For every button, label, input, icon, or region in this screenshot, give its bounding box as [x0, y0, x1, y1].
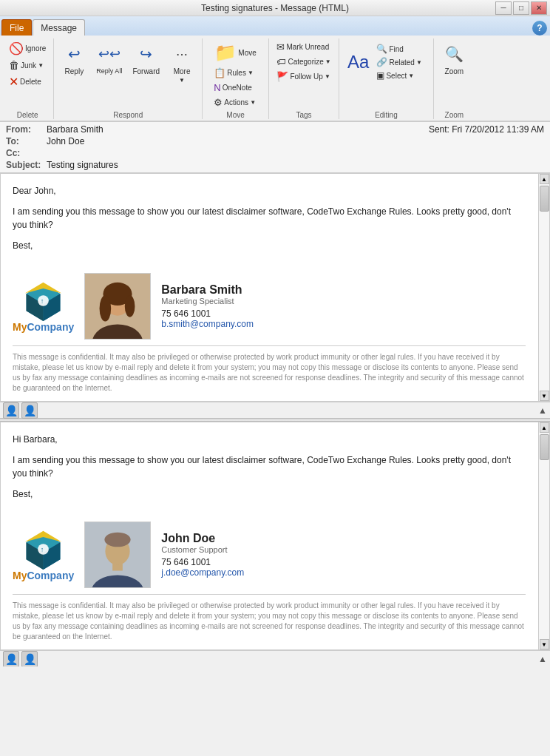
person-icon-2b[interactable]: 👤: [21, 651, 38, 667]
sig-logo-1: ↑ MyCompany: [13, 280, 74, 333]
email-header: From: Barbara Smith Sent: Fri 7/20/2012 …: [0, 122, 550, 173]
move-button[interactable]: 📁 Move: [211, 40, 259, 65]
scroll-up-arrow-2[interactable]: ▲: [540, 422, 549, 433]
tab-message[interactable]: Message: [33, 19, 85, 36]
person-icon-1b[interactable]: 👤: [21, 402, 38, 419]
ribbon-group-zoom: 🔍 Zoom Zoom: [434, 38, 475, 119]
close-btn[interactable]: ✕: [531, 1, 547, 15]
select-button[interactable]: ▣ Select ▼: [373, 69, 424, 82]
mark-unread-button[interactable]: ✉ Mark Unread: [274, 40, 333, 54]
sig-divider-2: [13, 594, 526, 595]
scroll-thumb-1[interactable]: [540, 186, 549, 212]
cc-row: Cc:: [6, 147, 544, 159]
follow-up-button[interactable]: 🚩 Follow Up ▼: [274, 70, 333, 84]
people-icons-1: 👤 👤: [3, 402, 38, 419]
sig-info-1: Barbara Smith Marketing Specialist 75 64…: [161, 283, 526, 329]
delete-button[interactable]: ✕ Delete: [6, 73, 49, 90]
ribbon-group-respond: ↩ Reply ↩↩ Reply All ↪ Forward ⋯ More ▼ …: [54, 38, 203, 119]
to-row: To: John Doe: [6, 135, 544, 147]
to-label: To:: [6, 136, 47, 146]
respond-group-label: Respond: [58, 111, 197, 119]
minimize-btn[interactable]: ─: [495, 1, 512, 15]
collapse-arrow-1[interactable]: ▲: [538, 405, 547, 416]
sig-photo-1: [84, 273, 151, 340]
delete-buttons: 🚫 Ignore 🗑 Junk ▼ ✕ Delete: [6, 40, 49, 109]
bottom-bar-1: 👤 👤 ▲: [0, 402, 550, 418]
signature-block-2: ↑ MyCompany John Doe Customer Suppo: [1, 516, 537, 591]
subject-value: Testing signatures: [47, 160, 118, 170]
reply-all-icon: ↩↩: [98, 42, 121, 66]
ribbon-group-delete: 🚫 Ignore 🗑 Junk ▼ ✕ Delete Delete: [1, 38, 54, 119]
sig-logo-2: ↑ MyCompany: [13, 529, 74, 581]
find-icon: 🔍: [376, 44, 387, 54]
scroll-down-arrow-2[interactable]: ▼: [540, 639, 549, 649]
ignore-button[interactable]: 🚫 Ignore: [6, 40, 49, 57]
from-label: From:: [6, 124, 47, 135]
reply-button[interactable]: ↩ Reply: [58, 40, 89, 78]
translate-icon: Aa: [347, 52, 369, 72]
sig-name-2: John Doe: [161, 532, 526, 545]
translate-button[interactable]: Aa 🔍 Find 🔗 Related ▼: [344, 40, 429, 84]
scroll-down-arrow-1[interactable]: ▼: [540, 391, 549, 401]
tags-group-label: Tags: [274, 111, 334, 119]
svg-point-11: [100, 295, 112, 321]
to-value: John Doe: [47, 136, 84, 146]
maximize-btn[interactable]: □: [513, 1, 529, 15]
reply-icon: ↩: [62, 42, 86, 66]
zoom-button[interactable]: 🔍 Zoom: [438, 40, 469, 78]
greeting-1: Dear John,: [13, 184, 523, 198]
sig-logo-text-1: MyCompany: [13, 321, 74, 333]
greeting-2: Hi Barbara,: [13, 433, 523, 446]
sig-phone-2: 75 646 1001: [161, 557, 526, 567]
junk-icon: 🗑: [9, 59, 19, 71]
forward-button[interactable]: ↪ Forward: [129, 40, 163, 78]
reply-all-button[interactable]: ↩↩ Reply All: [92, 40, 126, 77]
scroll-up-arrow-1[interactable]: ▲: [540, 174, 549, 184]
tab-file[interactable]: File: [1, 19, 32, 36]
rules-dropdown-arrow: ▼: [248, 70, 254, 76]
zoom-group-label: Zoom: [438, 111, 470, 119]
junk-dropdown-arrow: ▼: [38, 62, 44, 69]
from-value: Barbara Smith: [47, 124, 103, 135]
person-icon-2a[interactable]: 👤: [3, 651, 19, 667]
company-logo-svg-2: ↑: [19, 529, 67, 570]
related-button[interactable]: 🔗 Related ▼: [373, 55, 424, 69]
body-1: I am sending you this message to show yo…: [13, 205, 523, 232]
svg-text:↑: ↑: [41, 546, 44, 553]
sig-title-2: Customer Support: [161, 545, 526, 554]
scroll-thumb-2[interactable]: [540, 434, 549, 460]
rules-button[interactable]: 📋 Rules ▼: [211, 66, 259, 80]
sig-email-1: b.smith@company.com: [161, 319, 526, 329]
more-button[interactable]: ⋯ More ▼: [166, 40, 197, 86]
woman-avatar: [85, 273, 150, 340]
signature-block-1: ↑ MyCompany Barbara Smith Marketing: [1, 267, 537, 342]
window-title: Testing signatures - Message (HTML): [201, 3, 349, 13]
actions-button[interactable]: ⚙ Actions ▼: [211, 95, 259, 109]
disclaimer-2: This message is confidential. It may als…: [1, 598, 537, 649]
person-icon-1a[interactable]: 👤: [3, 402, 19, 419]
onenote-button[interactable]: N OneNote: [211, 81, 259, 95]
junk-button[interactable]: 🗑 Junk ▼: [6, 58, 49, 72]
editing-group-label: Editing: [344, 111, 429, 119]
categorize-button[interactable]: 🏷 Categorize ▼: [274, 55, 333, 69]
title-bar-controls: ─ □ ✕: [495, 1, 547, 15]
ribbon-group-translate: Aa 🔍 Find 🔗 Related ▼: [339, 38, 434, 119]
find-button[interactable]: 🔍 Find: [373, 42, 424, 55]
email-body-1: Dear John, I am sending you this message…: [1, 174, 537, 267]
actions-icon: ⚙: [214, 97, 223, 108]
scrollbar-2[interactable]: ▲ ▼: [538, 422, 549, 649]
sig-email-2: j.doe@company.com: [161, 567, 526, 578]
email-body-2: Hi Barbara, I am sending you this messag…: [1, 422, 537, 516]
follow-up-icon: 🚩: [276, 71, 288, 82]
collapse-arrow-2[interactable]: ▲: [538, 654, 547, 664]
sent-value: Sent: Fri 7/20/2012 11:39 AM: [429, 124, 544, 135]
tags-buttons: ✉ Mark Unread 🏷 Categorize ▼ 🚩 Follow Up…: [274, 40, 333, 109]
mark-unread-icon: ✉: [276, 41, 285, 53]
subject-label: Subject:: [6, 160, 47, 170]
help-button[interactable]: ?: [532, 21, 547, 36]
zoom-icon: 🔍: [442, 42, 466, 66]
ribbon-group-tags: ✉ Mark Unread 🏷 Categorize ▼ 🚩 Follow Up…: [269, 38, 339, 119]
ribbon-tabs: File Message ?: [0, 16, 550, 36]
scrollbar-1[interactable]: ▲ ▼: [538, 174, 549, 401]
sig-name-1: Barbara Smith: [161, 283, 526, 297]
